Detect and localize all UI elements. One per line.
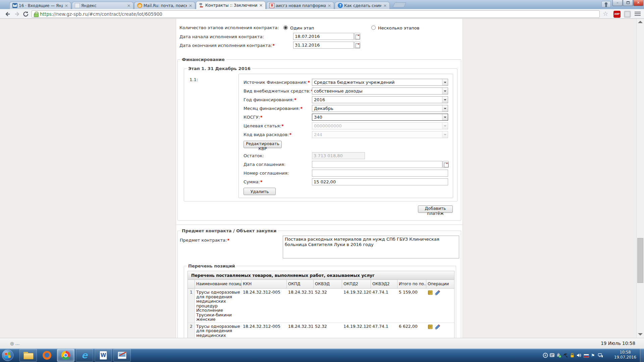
calendar-button[interactable] bbox=[354, 42, 360, 49]
contract-subject-fieldset: Предмет контракта / Объект закупки Предм… bbox=[177, 231, 461, 338]
taskbar-firefox-button[interactable] bbox=[38, 349, 56, 362]
subject-label: Предмет контракта:* bbox=[180, 238, 229, 243]
table-row: 2 Трусы одноразовые для проведения медиц… bbox=[188, 323, 454, 338]
footer-datetime: 19 Июль 10:58 bbox=[601, 341, 635, 346]
tray-satellite-icon[interactable] bbox=[563, 353, 569, 358]
tab-title: 16 · Входящие — Яндекс. bbox=[19, 3, 63, 8]
agreement-date-input[interactable] bbox=[312, 161, 442, 168]
chrome-menu-icon[interactable] bbox=[635, 12, 641, 12]
radio-multi-stage[interactable] bbox=[371, 25, 376, 30]
subject-textarea[interactable]: Поставка расходных материалов для нужд С… bbox=[283, 236, 459, 258]
delete-payment-button[interactable]: Удалить bbox=[244, 188, 276, 195]
tray-usb-icon[interactable] bbox=[556, 353, 562, 358]
tray-lock-icon[interactable] bbox=[570, 353, 575, 358]
tray-volume-icon[interactable] bbox=[576, 353, 582, 358]
adblock-extension-icon[interactable]: ABP bbox=[613, 11, 621, 18]
tab-close-icon[interactable]: × bbox=[383, 3, 387, 8]
radio-one-stage[interactable] bbox=[283, 25, 288, 30]
firefox-icon bbox=[43, 351, 51, 360]
new-tab-button[interactable] bbox=[393, 2, 407, 7]
bookmark-star-icon[interactable]: ☆ bbox=[603, 10, 608, 17]
tray-action-center-flag-icon[interactable]: ⚑ bbox=[591, 353, 597, 358]
tray-network-icon[interactable] bbox=[598, 353, 603, 358]
date-start-input[interactable] bbox=[293, 33, 354, 40]
tab-close-icon[interactable]: × bbox=[126, 3, 131, 8]
taskbar-clock[interactable]: 10:58 19.07.2016 bbox=[614, 350, 636, 360]
maximize-icon bbox=[627, 1, 630, 4]
col-header-total: Итого по по... bbox=[397, 280, 426, 288]
tab-aisgz[interactable]: Я аисгз новая платформа - × bbox=[266, 2, 334, 9]
items-table-header: Наименование позиции ККН ОКПД ОКВЭД ОКПД… bbox=[188, 280, 454, 289]
page-viewport: Количество этапов исполнения контракта: … bbox=[0, 19, 644, 338]
extension-icon[interactable] bbox=[624, 11, 631, 18]
tab-title: Как сделать снимок экра bbox=[344, 3, 381, 8]
profile-button[interactable] bbox=[601, 1, 611, 7]
reload-button[interactable] bbox=[22, 10, 30, 18]
yandex-ya-icon: Я bbox=[269, 3, 274, 8]
start-button[interactable] bbox=[2, 350, 13, 361]
col-header-okved: ОКВЭД bbox=[314, 280, 342, 288]
tab-contracts-active[interactable]: Контракты :: Заключение × bbox=[196, 1, 266, 9]
show-desktop-button[interactable] bbox=[640, 349, 644, 362]
calendar-button[interactable] bbox=[354, 33, 360, 40]
window-minimize-button[interactable]: – bbox=[612, 0, 623, 6]
clock-date: 19.07.2016 bbox=[614, 355, 636, 360]
window-maximize-button[interactable] bbox=[623, 0, 633, 6]
window-close-button[interactable]: × bbox=[633, 0, 643, 6]
tab-screenshot-help[interactable]: ? Как сделать снимок экра × bbox=[335, 2, 390, 9]
edit-pencil-icon[interactable] bbox=[435, 324, 440, 330]
tab-yandex-mail[interactable]: 16 · Входящие — Яндекс. × bbox=[9, 2, 71, 9]
taskbar-word-button[interactable]: W bbox=[95, 349, 112, 362]
tab-close-icon[interactable]: × bbox=[327, 3, 332, 8]
col-header-operations: Операции bbox=[426, 280, 454, 288]
address-bar[interactable]: https://new.gz-spb.ru/#cm/contract/creat… bbox=[32, 10, 600, 18]
source-label: Источник Финансирования:* bbox=[244, 80, 310, 85]
tray-program-icon[interactable] bbox=[543, 353, 548, 358]
vertical-scrollbar[interactable] bbox=[636, 19, 644, 338]
tab-mailru[interactable]: @ Mail.Ru: почта, поиск в и × bbox=[134, 2, 195, 9]
month-select[interactable]: Декабрь bbox=[312, 105, 448, 112]
tab-close-icon[interactable]: × bbox=[188, 3, 193, 8]
edit-pencil-icon[interactable] bbox=[435, 290, 440, 296]
source-select[interactable]: Средства бюджетных учреждений bbox=[312, 79, 448, 86]
extra-funds-select[interactable]: собственные доходы bbox=[312, 87, 448, 95]
tray-russian-flag-icon[interactable] bbox=[584, 353, 589, 358]
year-select[interactable]: 2016 bbox=[312, 96, 448, 103]
forward-button[interactable] bbox=[13, 10, 21, 18]
tab-yandex[interactable]: Яндекс × bbox=[72, 2, 133, 9]
url-scheme: https bbox=[40, 11, 52, 17]
sum-input[interactable] bbox=[312, 178, 448, 185]
taskbar-chrome-button-active[interactable] bbox=[57, 349, 74, 362]
scroll-up-arrow-icon[interactable] bbox=[638, 21, 643, 23]
scroll-down-arrow-icon[interactable] bbox=[638, 333, 643, 336]
chevron-down-icon bbox=[442, 131, 448, 138]
kvr-label: Код вида расходов:* bbox=[244, 132, 291, 137]
stage-fieldset: Этап 1. 31 Декабрь 2016 1.1: Источник Фи… bbox=[184, 68, 458, 201]
tray-language-icon[interactable] bbox=[549, 353, 555, 358]
col-header-okpd: ОКПД bbox=[287, 280, 314, 288]
url-text: https://new.gz-spb.ru/#cm/contract/creat… bbox=[40, 11, 162, 17]
kosgu-label: КОСГУ:* bbox=[244, 115, 263, 120]
edit-kvr-button[interactable]: Редактировать КВР bbox=[244, 141, 282, 148]
col-header-okpd2: ОКПД2 bbox=[342, 280, 371, 288]
scroll-icon[interactable] bbox=[428, 324, 433, 330]
items-list-fieldset: Перечень позиций Перечень поставляемых т… bbox=[184, 266, 456, 338]
kosgu-select[interactable]: 340 bbox=[312, 114, 448, 121]
scroll-icon[interactable] bbox=[428, 290, 433, 296]
scrollbar-thumb[interactable] bbox=[637, 238, 643, 283]
agreement-number-input[interactable] bbox=[312, 170, 448, 177]
tab-close-icon[interactable]: × bbox=[259, 3, 263, 8]
year-label: Год финансирования:* bbox=[244, 97, 297, 102]
add-payment-button[interactable]: Добавить платёж bbox=[418, 205, 453, 213]
taskbar-explorer-button[interactable] bbox=[19, 349, 37, 362]
taskbar-ie-button[interactable]: e bbox=[76, 349, 93, 362]
date-end-input[interactable] bbox=[293, 42, 354, 49]
tab-close-icon[interactable]: × bbox=[64, 3, 69, 8]
payment-item-number: 1.1: bbox=[190, 77, 198, 82]
calendar-button[interactable] bbox=[443, 161, 449, 168]
target-article-label: Целевая статья:* bbox=[244, 123, 284, 128]
back-button[interactable] bbox=[4, 10, 11, 18]
taskbar-paint-button[interactable] bbox=[113, 349, 131, 362]
table-row: 1 Трусы одноразовые для проведения медиц… bbox=[188, 289, 454, 323]
explorer-folder-icon bbox=[23, 352, 33, 359]
